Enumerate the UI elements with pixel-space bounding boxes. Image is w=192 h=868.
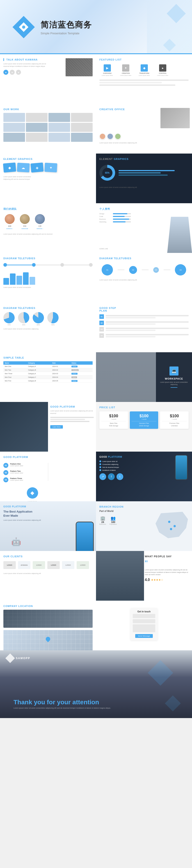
clients-slide: OUR CLIENTS LOGO dribbble LOGO LOGO LOGO… bbox=[0, 551, 96, 601]
featured-slide: FEATURED LIST ▶ OVERVIEW Lorem ipsum dol… bbox=[96, 54, 192, 104]
map-china bbox=[154, 510, 190, 540]
map-dot-3 bbox=[170, 528, 172, 530]
cover-text: 简洁蓝色商务 Simple Presentation Template bbox=[41, 20, 92, 35]
skill-label-1: Design bbox=[100, 213, 112, 215]
featured-details bbox=[100, 80, 189, 86]
feat-text-3: Sed do eiusmod tempor bbox=[102, 466, 119, 468]
robot-icon: 🤖 bbox=[11, 537, 21, 547]
donut-percent: 65% bbox=[105, 172, 110, 174]
pie-item-2: 45% bbox=[18, 312, 29, 326]
phone-mockup bbox=[175, 455, 188, 480]
badge-3: Active bbox=[71, 373, 77, 375]
price-feature-2b: 20GB Storage bbox=[131, 425, 157, 427]
price-period-1: / month bbox=[101, 418, 126, 420]
table-title: SIMPLE TABLE bbox=[3, 356, 92, 359]
team-title: 我们的团队 bbox=[3, 207, 92, 211]
work-cell-2 bbox=[26, 113, 47, 122]
contact-field-name[interactable] bbox=[133, 614, 155, 618]
price-feature-3b: Unlimited bbox=[162, 425, 187, 427]
platform-person-img bbox=[0, 402, 48, 452]
platform-btn[interactable]: Learn More bbox=[50, 424, 94, 429]
location-slide: COMPANY LOCATION 123 Business Street, Ci… bbox=[0, 601, 96, 650]
card-3: ◈ bbox=[30, 162, 43, 173]
thankyou-subtext: Lorem ipsum dolor sit amet consectetur a… bbox=[13, 707, 111, 709]
row-12: COMPANY LOCATION 123 Business Street, Ci… bbox=[0, 601, 192, 650]
share-icon[interactable]: ↗ bbox=[100, 473, 106, 480]
rating-number: 4.0 bbox=[145, 578, 150, 582]
quote-mark: " bbox=[145, 560, 189, 568]
feat-text-2: Consectetur adipiscing bbox=[102, 464, 118, 465]
num-col-left: 01 Feature One Lorem ipsum dolor 02 Feat… bbox=[3, 460, 43, 485]
donut-hole: 65% bbox=[102, 168, 112, 178]
skill-bar-bg-2 bbox=[113, 216, 131, 217]
contact-submit-btn[interactable]: Send Message bbox=[135, 634, 153, 638]
contact-box: Get in touch Send Message bbox=[130, 608, 157, 640]
talk-text: Lorem ipsum dolor sit amet consectetur a… bbox=[3, 63, 52, 67]
table-head: Name Category Date Status bbox=[3, 361, 92, 365]
skill-bar-fill-4 bbox=[113, 221, 125, 222]
td-4-1: Item Four bbox=[3, 375, 27, 379]
bubble-2: 02 bbox=[129, 266, 137, 274]
feat-icon-3: ◆ bbox=[141, 64, 148, 71]
member-photo-3 bbox=[35, 214, 45, 224]
table-header-row: Name Category Date Status bbox=[3, 361, 92, 365]
diagram3-title: DIAGRAM TELETUBIES bbox=[3, 307, 92, 309]
thankyou-accent: attention bbox=[72, 699, 99, 706]
member-name-1: 张明 bbox=[8, 225, 11, 227]
timeline-line-3 bbox=[64, 265, 89, 265]
feat-line-1 bbox=[100, 80, 189, 81]
dark-bar-1 bbox=[119, 170, 175, 171]
app-slide: GOOD PLATFORM The Best ApplicationEver M… bbox=[0, 501, 96, 551]
rating-row: 4.0 ★★★★☆ bbox=[145, 578, 189, 582]
num-col-right: ◆ Lorem ipsumdolor sit amet bbox=[12, 485, 52, 501]
app-phone-screen bbox=[76, 522, 93, 551]
td-2-1: Item Two bbox=[3, 368, 27, 372]
testimonial-slide: What People Say " Lorem ipsum dolor sit … bbox=[96, 551, 192, 601]
skill-bar-bg-1 bbox=[113, 213, 131, 214]
skill-label-2: Code bbox=[100, 216, 112, 217]
platform-btn-label[interactable]: Learn More bbox=[50, 425, 63, 429]
donut-container: 65% bbox=[100, 162, 115, 183]
feat-bullet-4 bbox=[100, 469, 101, 471]
th-date: Date bbox=[51, 361, 70, 365]
price-feature-1: Basic Plan bbox=[101, 423, 126, 424]
feat-bullet-1 bbox=[100, 460, 101, 462]
row-1: TALK ABOUT KAMANA Lorem ipsum dolor sit … bbox=[0, 54, 192, 104]
cover-deco-shape bbox=[167, 4, 186, 23]
feat-label-1: OVERVIEW bbox=[103, 72, 112, 74]
thankyou-logo: SAMOPP bbox=[7, 655, 30, 661]
step-box-2: 02 bbox=[100, 321, 104, 325]
table-row: Item Five Category B 2024-05 Active bbox=[3, 379, 92, 383]
thankyou-slide: SAMOPP Thank you for your attention Lore… bbox=[0, 650, 192, 718]
cover-title: 简洁蓝色商务 bbox=[41, 20, 92, 30]
num-circle-3: 03 bbox=[3, 477, 8, 482]
step-item-1: 01 bbox=[100, 314, 189, 319]
bar-4 bbox=[23, 272, 29, 285]
pie-4 bbox=[47, 312, 59, 323]
social-icon-2[interactable]: t bbox=[116, 473, 123, 480]
robot-icon-container: 🤖 bbox=[11, 537, 21, 547]
td-2-4: Pending bbox=[70, 368, 92, 372]
num-text-2: Feature Two Lorem ipsum dolor bbox=[10, 470, 43, 474]
contact-field-message[interactable] bbox=[133, 624, 155, 632]
table-row: Item Two Category B 2024-02 Pending bbox=[3, 368, 92, 372]
table-body: Item One Category A 2024-01 Active Item … bbox=[3, 365, 92, 383]
num-item-3: 03 Feature Three Lorem ipsum dolor bbox=[3, 477, 43, 482]
team-member-3: 王芳 ★★★★☆ bbox=[34, 214, 46, 230]
plat-line-1 bbox=[50, 417, 94, 418]
talk-icon-2: ● bbox=[10, 70, 15, 75]
thankyou-deco2 bbox=[165, 695, 181, 712]
pie-item-1: 70% bbox=[3, 312, 15, 326]
work-cell-12 bbox=[71, 133, 92, 142]
member-stars-1: ★★★★☆ bbox=[6, 228, 13, 230]
td-4-2: Category C bbox=[27, 375, 51, 379]
price-cards: $100 / month Basic Plan 5GB Storage $100… bbox=[100, 411, 189, 429]
contact-field-email[interactable] bbox=[133, 619, 155, 623]
num-item-1: 01 Feature One Lorem ipsum dolor bbox=[3, 463, 43, 468]
row-6: DIAGRAM TELETUBIES 70% 45% 85% 55% Lorem… bbox=[0, 303, 192, 352]
price-amount-2: $100 bbox=[131, 414, 157, 418]
diagram3-slide: DIAGRAM TELETUBIES 70% 45% 85% 55% Lorem… bbox=[0, 303, 96, 352]
step-box-4: 04 bbox=[100, 333, 104, 338]
social-icon-1[interactable]: f bbox=[108, 473, 115, 480]
branch-stat-label-1: Branches bbox=[100, 523, 106, 525]
